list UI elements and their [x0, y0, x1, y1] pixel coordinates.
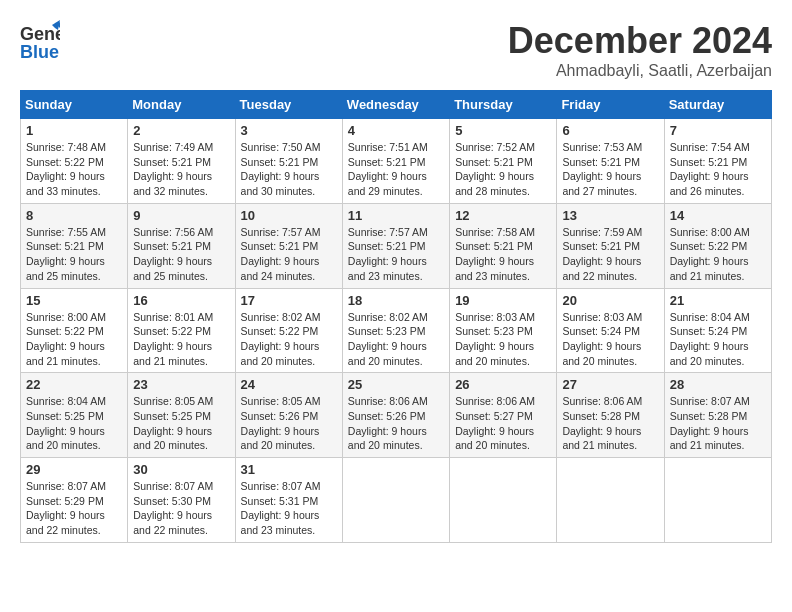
day-number: 22 — [26, 377, 122, 392]
day-info: Sunrise: 8:06 AM Sunset: 5:27 PM Dayligh… — [455, 394, 551, 453]
day-info: Sunrise: 8:07 AM Sunset: 5:29 PM Dayligh… — [26, 479, 122, 538]
day-number: 8 — [26, 208, 122, 223]
calendar-cell — [664, 458, 771, 543]
day-number: 19 — [455, 293, 551, 308]
week-row-5: 29 Sunrise: 8:07 AM Sunset: 5:29 PM Dayl… — [21, 458, 772, 543]
calendar-cell — [342, 458, 449, 543]
calendar-cell: 18 Sunrise: 8:02 AM Sunset: 5:23 PM Dayl… — [342, 288, 449, 373]
day-number: 2 — [133, 123, 229, 138]
week-row-2: 8 Sunrise: 7:55 AM Sunset: 5:21 PM Dayli… — [21, 203, 772, 288]
day-info: Sunrise: 7:50 AM Sunset: 5:21 PM Dayligh… — [241, 140, 337, 199]
calendar-cell: 19 Sunrise: 8:03 AM Sunset: 5:23 PM Dayl… — [450, 288, 557, 373]
day-info: Sunrise: 7:57 AM Sunset: 5:21 PM Dayligh… — [348, 225, 444, 284]
day-info: Sunrise: 8:06 AM Sunset: 5:26 PM Dayligh… — [348, 394, 444, 453]
day-number: 18 — [348, 293, 444, 308]
day-number: 16 — [133, 293, 229, 308]
month-title: December 2024 — [508, 20, 772, 62]
day-number: 7 — [670, 123, 766, 138]
calendar-cell: 9 Sunrise: 7:56 AM Sunset: 5:21 PM Dayli… — [128, 203, 235, 288]
calendar-cell: 13 Sunrise: 7:59 AM Sunset: 5:21 PM Dayl… — [557, 203, 664, 288]
calendar-cell: 6 Sunrise: 7:53 AM Sunset: 5:21 PM Dayli… — [557, 119, 664, 204]
page-header: General Blue December 2024 Ahmadbayli, S… — [20, 20, 772, 80]
weekday-saturday: Saturday — [664, 91, 771, 119]
svg-text:Blue: Blue — [20, 42, 59, 62]
day-info: Sunrise: 7:51 AM Sunset: 5:21 PM Dayligh… — [348, 140, 444, 199]
calendar-cell: 20 Sunrise: 8:03 AM Sunset: 5:24 PM Dayl… — [557, 288, 664, 373]
day-number: 14 — [670, 208, 766, 223]
calendar-cell: 27 Sunrise: 8:06 AM Sunset: 5:28 PM Dayl… — [557, 373, 664, 458]
calendar-cell: 15 Sunrise: 8:00 AM Sunset: 5:22 PM Dayl… — [21, 288, 128, 373]
calendar-cell: 1 Sunrise: 7:48 AM Sunset: 5:22 PM Dayli… — [21, 119, 128, 204]
day-number: 15 — [26, 293, 122, 308]
calendar-cell: 4 Sunrise: 7:51 AM Sunset: 5:21 PM Dayli… — [342, 119, 449, 204]
day-info: Sunrise: 7:57 AM Sunset: 5:21 PM Dayligh… — [241, 225, 337, 284]
day-number: 9 — [133, 208, 229, 223]
day-number: 11 — [348, 208, 444, 223]
day-number: 25 — [348, 377, 444, 392]
calendar-cell: 25 Sunrise: 8:06 AM Sunset: 5:26 PM Dayl… — [342, 373, 449, 458]
week-row-1: 1 Sunrise: 7:48 AM Sunset: 5:22 PM Dayli… — [21, 119, 772, 204]
day-info: Sunrise: 8:07 AM Sunset: 5:30 PM Dayligh… — [133, 479, 229, 538]
calendar-cell: 29 Sunrise: 8:07 AM Sunset: 5:29 PM Dayl… — [21, 458, 128, 543]
day-info: Sunrise: 7:58 AM Sunset: 5:21 PM Dayligh… — [455, 225, 551, 284]
day-number: 26 — [455, 377, 551, 392]
day-info: Sunrise: 7:56 AM Sunset: 5:21 PM Dayligh… — [133, 225, 229, 284]
day-number: 29 — [26, 462, 122, 477]
calendar-cell: 28 Sunrise: 8:07 AM Sunset: 5:28 PM Dayl… — [664, 373, 771, 458]
day-number: 28 — [670, 377, 766, 392]
day-number: 6 — [562, 123, 658, 138]
calendar-cell: 21 Sunrise: 8:04 AM Sunset: 5:24 PM Dayl… — [664, 288, 771, 373]
day-number: 5 — [455, 123, 551, 138]
day-number: 3 — [241, 123, 337, 138]
calendar-cell: 14 Sunrise: 8:00 AM Sunset: 5:22 PM Dayl… — [664, 203, 771, 288]
day-info: Sunrise: 8:07 AM Sunset: 5:28 PM Dayligh… — [670, 394, 766, 453]
day-number: 30 — [133, 462, 229, 477]
day-info: Sunrise: 7:49 AM Sunset: 5:21 PM Dayligh… — [133, 140, 229, 199]
calendar-cell: 24 Sunrise: 8:05 AM Sunset: 5:26 PM Dayl… — [235, 373, 342, 458]
calendar-cell: 12 Sunrise: 7:58 AM Sunset: 5:21 PM Dayl… — [450, 203, 557, 288]
weekday-wednesday: Wednesday — [342, 91, 449, 119]
calendar-cell: 10 Sunrise: 7:57 AM Sunset: 5:21 PM Dayl… — [235, 203, 342, 288]
calendar-cell — [450, 458, 557, 543]
location-title: Ahmadbayli, Saatli, Azerbaijan — [508, 62, 772, 80]
week-row-3: 15 Sunrise: 8:00 AM Sunset: 5:22 PM Dayl… — [21, 288, 772, 373]
calendar-cell: 26 Sunrise: 8:06 AM Sunset: 5:27 PM Dayl… — [450, 373, 557, 458]
logo-icon: General Blue — [20, 20, 60, 69]
day-info: Sunrise: 8:05 AM Sunset: 5:26 PM Dayligh… — [241, 394, 337, 453]
title-section: December 2024 Ahmadbayli, Saatli, Azerba… — [508, 20, 772, 80]
day-info: Sunrise: 8:00 AM Sunset: 5:22 PM Dayligh… — [670, 225, 766, 284]
calendar-cell: 8 Sunrise: 7:55 AM Sunset: 5:21 PM Dayli… — [21, 203, 128, 288]
weekday-sunday: Sunday — [21, 91, 128, 119]
day-info: Sunrise: 8:02 AM Sunset: 5:22 PM Dayligh… — [241, 310, 337, 369]
day-number: 12 — [455, 208, 551, 223]
day-info: Sunrise: 8:04 AM Sunset: 5:24 PM Dayligh… — [670, 310, 766, 369]
day-number: 10 — [241, 208, 337, 223]
day-number: 17 — [241, 293, 337, 308]
day-info: Sunrise: 7:55 AM Sunset: 5:21 PM Dayligh… — [26, 225, 122, 284]
calendar-cell: 16 Sunrise: 8:01 AM Sunset: 5:22 PM Dayl… — [128, 288, 235, 373]
calendar-table: SundayMondayTuesdayWednesdayThursdayFrid… — [20, 90, 772, 543]
day-number: 20 — [562, 293, 658, 308]
day-info: Sunrise: 8:00 AM Sunset: 5:22 PM Dayligh… — [26, 310, 122, 369]
calendar-cell: 7 Sunrise: 7:54 AM Sunset: 5:21 PM Dayli… — [664, 119, 771, 204]
day-info: Sunrise: 8:03 AM Sunset: 5:24 PM Dayligh… — [562, 310, 658, 369]
weekday-header-row: SundayMondayTuesdayWednesdayThursdayFrid… — [21, 91, 772, 119]
calendar-cell — [557, 458, 664, 543]
day-info: Sunrise: 8:03 AM Sunset: 5:23 PM Dayligh… — [455, 310, 551, 369]
day-info: Sunrise: 8:04 AM Sunset: 5:25 PM Dayligh… — [26, 394, 122, 453]
logo: General Blue — [20, 20, 60, 69]
calendar-cell: 11 Sunrise: 7:57 AM Sunset: 5:21 PM Dayl… — [342, 203, 449, 288]
calendar-cell: 30 Sunrise: 8:07 AM Sunset: 5:30 PM Dayl… — [128, 458, 235, 543]
week-row-4: 22 Sunrise: 8:04 AM Sunset: 5:25 PM Dayl… — [21, 373, 772, 458]
weekday-friday: Friday — [557, 91, 664, 119]
day-number: 27 — [562, 377, 658, 392]
weekday-monday: Monday — [128, 91, 235, 119]
day-number: 24 — [241, 377, 337, 392]
day-number: 31 — [241, 462, 337, 477]
day-info: Sunrise: 7:48 AM Sunset: 5:22 PM Dayligh… — [26, 140, 122, 199]
day-number: 21 — [670, 293, 766, 308]
calendar-cell: 17 Sunrise: 8:02 AM Sunset: 5:22 PM Dayl… — [235, 288, 342, 373]
day-info: Sunrise: 7:59 AM Sunset: 5:21 PM Dayligh… — [562, 225, 658, 284]
calendar-cell: 3 Sunrise: 7:50 AM Sunset: 5:21 PM Dayli… — [235, 119, 342, 204]
calendar-cell: 22 Sunrise: 8:04 AM Sunset: 5:25 PM Dayl… — [21, 373, 128, 458]
